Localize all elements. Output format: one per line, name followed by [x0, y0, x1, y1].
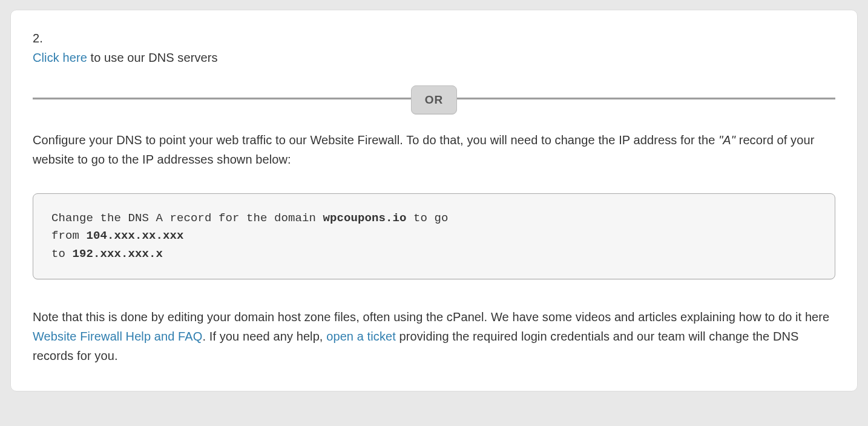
code-line2-pre: from — [51, 229, 87, 242]
note-text-2: . If you need any help, — [202, 330, 326, 343]
or-badge: OR — [411, 85, 458, 115]
step-text: to use our DNS servers — [87, 51, 218, 64]
step-block: 2. Click here to use our DNS servers — [33, 28, 835, 67]
configure-text-prefix: Configure your DNS to point your web tra… — [33, 133, 718, 147]
or-divider: OR — [33, 85, 835, 110]
code-line1-post: to go — [407, 211, 449, 225]
code-from-ip: 104.xxx.xx.xxx — [87, 229, 184, 242]
open-ticket-link[interactable]: open a ticket — [326, 330, 396, 343]
code-to-ip: 192.xxx.xxx.x — [73, 247, 163, 261]
step-number: 2. — [33, 28, 835, 48]
configure-paragraph: Configure your DNS to point your web tra… — [33, 130, 835, 169]
a-record-quoted: "A" — [718, 133, 735, 147]
code-line1-pre: Change the DNS A record for the domain — [51, 211, 323, 225]
instruction-card: 2. Click here to use our DNS servers OR … — [10, 10, 858, 391]
code-line3-pre: to — [51, 247, 73, 261]
click-here-link[interactable]: Click here — [33, 51, 87, 64]
note-text-1: Note that this is done by editing your d… — [33, 310, 829, 324]
note-paragraph: Note that this is done by editing your d… — [33, 307, 835, 365]
code-domain: wpcoupons.io — [323, 211, 407, 225]
help-faq-link[interactable]: Website Firewall Help and FAQ — [33, 330, 202, 343]
dns-code-box: Change the DNS A record for the domain w… — [33, 193, 835, 279]
